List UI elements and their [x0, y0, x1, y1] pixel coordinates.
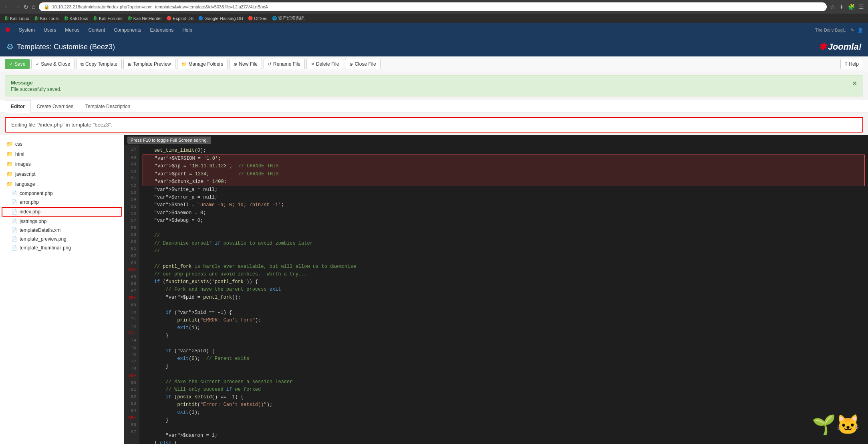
- file-label: jsstrings.php: [20, 219, 46, 224]
- url-bar[interactable]: 🔒 10.10.223.218/administrator/index.php?…: [39, 2, 827, 11]
- bookmark-item[interactable]: 🌐资产灯塔系统: [272, 15, 304, 21]
- tabs-bar: EditorCreate OverridesTemplate Descripti…: [0, 100, 868, 113]
- joomla-menu-item[interactable]: Extensions: [146, 25, 177, 35]
- line-number: 56: [124, 210, 139, 217]
- line-number: 78: [124, 365, 139, 372]
- folder-language[interactable]: 📁language: [0, 179, 124, 189]
- code-line: "var">$debug = 0;: [143, 217, 865, 225]
- close-file-button[interactable]: ⊗ Close File: [345, 59, 380, 69]
- file-component.php[interactable]: 📄component.php: [0, 189, 124, 198]
- template-preview-button[interactable]: ⊞ Template Preview: [123, 59, 175, 69]
- rename-icon: ↺: [268, 62, 272, 67]
- manage-folders-button[interactable]: 📁 Manage Folders: [177, 59, 228, 69]
- reload-button[interactable]: ↻: [23, 3, 28, 11]
- code-line: if (function_exists('pcntl_fork')) {: [143, 278, 865, 286]
- line-number: 68+: [124, 295, 139, 302]
- file-error.php[interactable]: 📄error.php: [0, 198, 124, 207]
- code-line: // pcntl_fork is hardly ever available, …: [143, 263, 865, 271]
- bookmark-item[interactable]: 🔴Exploit-DB: [167, 16, 193, 21]
- tab-create-overrides[interactable]: Create Overrides: [31, 100, 79, 113]
- code-line: "var">$pid = pcntl_fork();: [143, 294, 865, 301]
- bookmark-item[interactable]: 🐉Kali Docs: [64, 16, 88, 21]
- code-line: "var">$shell = 'uname -a; w; id; /bin/sh…: [143, 201, 865, 209]
- help-button[interactable]: ? Help: [840, 59, 863, 69]
- line-number: 81: [124, 386, 139, 394]
- code-line: printit("Error: Can't setsid()");: [143, 401, 865, 409]
- help-icon: ?: [845, 62, 847, 66]
- save-button[interactable]: ✓ Save: [5, 59, 30, 69]
- joomla-menu-item[interactable]: Users: [40, 25, 60, 35]
- bookmark-item[interactable]: 🐉Kali Tools: [34, 16, 59, 21]
- delete-icon: ✕: [311, 62, 314, 67]
- line-number: 49: [124, 161, 139, 168]
- tab-template-description[interactable]: Template Description: [79, 100, 136, 113]
- tab-editor[interactable]: Editor: [5, 100, 31, 113]
- bookmark-icon: 🐉: [127, 16, 132, 20]
- bookmark-item[interactable]: 🐉Kali Linux: [4, 16, 29, 21]
- line-number: 65: [124, 274, 139, 281]
- file-label: templateDetails.xml: [20, 227, 62, 233]
- url-text: 10.10.223.218/administrator/index.php?op…: [52, 4, 268, 9]
- new-file-button[interactable]: ⊕ New File: [229, 59, 262, 69]
- code-line: [143, 424, 865, 432]
- extensions-icon[interactable]: 🧩: [848, 4, 855, 10]
- toolbar: ✓ Save ✓ Save & Close ⧉ Copy Template ⊞ …: [0, 56, 868, 72]
- line-number: 47: [124, 147, 139, 154]
- back-button[interactable]: ←: [4, 3, 10, 10]
- file-template_thumbnail.png[interactable]: 📄template_thumbnail.png: [0, 243, 124, 252]
- rename-file-button[interactable]: ↺ Rename File: [264, 59, 305, 69]
- bookmark-item[interactable]: 🔵Google Hacking DB: [198, 16, 243, 21]
- file-jsstrings.php[interactable]: 📄jsstrings.php: [0, 217, 124, 226]
- main-content: 📁css📁html📁images📁javascript📁language📄com…: [0, 135, 868, 444]
- code-line: [143, 255, 865, 263]
- joomla-menu-item[interactable]: Help: [178, 25, 196, 35]
- home-button[interactable]: ⌂: [32, 3, 36, 10]
- bookmark-item[interactable]: 🐉Kali Forums: [93, 16, 123, 21]
- copy-template-button[interactable]: ⧉ Copy Template: [76, 59, 122, 69]
- help-area: ? Help: [840, 59, 863, 69]
- message-bar: Message File successfully saved. ✕: [5, 75, 863, 96]
- code-line: "var">$error_a = null;: [143, 194, 865, 201]
- joomla-menu-item[interactable]: Content: [84, 25, 109, 35]
- forward-button[interactable]: →: [14, 3, 20, 10]
- folder-javascript[interactable]: 📁javascript: [0, 169, 124, 179]
- joomla-menu-item[interactable]: Menus: [61, 25, 83, 35]
- code-line: exit(0); // Parent exits: [143, 355, 865, 363]
- page-title-area: ⚙ Templates: Customise (Beez3): [6, 42, 115, 52]
- delete-file-button[interactable]: ✕ Delete File: [306, 59, 343, 69]
- star-icon[interactable]: ☆: [830, 4, 835, 10]
- download-icon[interactable]: ⬇: [839, 4, 844, 10]
- bookmark-item[interactable]: 🐉Kali NetHunter: [127, 16, 162, 21]
- bookmark-item[interactable]: 🔴OffSec: [248, 16, 267, 21]
- file-templateDetails.xml[interactable]: 📄templateDetails.xml: [0, 226, 124, 235]
- save-icon: ✓: [9, 62, 13, 67]
- line-number: 66: [124, 281, 139, 288]
- menu-icon[interactable]: ☰: [859, 4, 864, 10]
- code-line: set_time_limit(0);: [143, 147, 865, 155]
- joomla-menu-item[interactable]: Components: [110, 25, 145, 35]
- joomla-menu-item[interactable]: System: [15, 25, 39, 35]
- folder-html[interactable]: 📁html: [0, 149, 124, 159]
- line-number: 63: [124, 260, 139, 267]
- file-index.php[interactable]: 📄index.php: [2, 207, 122, 217]
- line-numbers: 474849505152535455565758596061626364+656…: [124, 145, 139, 444]
- file-label: component.php: [20, 191, 53, 196]
- folder-css[interactable]: 📁css: [0, 139, 124, 149]
- save-close-button[interactable]: ✓ Save & Close: [31, 59, 75, 69]
- joomla-logo-icon: ✱: [818, 41, 826, 52]
- preview-icon: ⊞: [128, 62, 131, 67]
- code-line: if ("var">$pid == -1) {: [143, 309, 865, 317]
- code-line: exit(1);: [143, 409, 865, 416]
- user-info: The Daily Bug!...: [815, 28, 848, 32]
- line-number: 75: [124, 344, 139, 352]
- message-close-button[interactable]: ✕: [852, 80, 857, 87]
- file-icon: 📄: [11, 236, 17, 242]
- editor-area[interactable]: Press F10 to toggle Full Screen editing.…: [124, 135, 868, 444]
- file-label: template_preview.png: [20, 236, 66, 242]
- template-preview-label: Template Preview: [133, 61, 171, 67]
- file-icon: 📄: [11, 227, 17, 233]
- line-number: 86: [124, 422, 139, 429]
- file-template_preview.png[interactable]: 📄template_preview.png: [0, 235, 124, 243]
- message-title: Message: [11, 80, 61, 86]
- folder-images[interactable]: 📁images: [0, 159, 124, 169]
